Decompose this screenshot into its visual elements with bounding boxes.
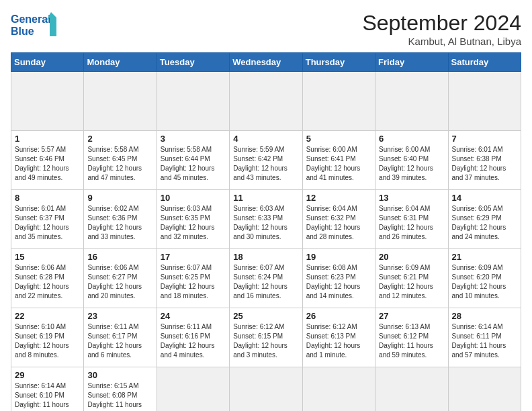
month-title: September 2024 bbox=[362, 11, 521, 36]
calendar-cell bbox=[302, 367, 375, 412]
calendar-cell: 18Sunrise: 6:07 AM Sunset: 6:24 PM Dayli… bbox=[230, 249, 302, 308]
day-info: Sunrise: 6:14 AM Sunset: 6:11 PM Dayligh… bbox=[452, 322, 517, 360]
day-info: Sunrise: 6:13 AM Sunset: 6:12 PM Dayligh… bbox=[379, 322, 444, 360]
calendar-cell: 24Sunrise: 6:11 AM Sunset: 6:16 PM Dayli… bbox=[157, 308, 229, 367]
day-number: 21 bbox=[452, 252, 517, 262]
day-info: Sunrise: 6:02 AM Sunset: 6:36 PM Dayligh… bbox=[87, 204, 152, 242]
day-info: Sunrise: 6:15 AM Sunset: 6:08 PM Dayligh… bbox=[87, 381, 152, 411]
calendar-cell: 20Sunrise: 6:09 AM Sunset: 6:21 PM Dayli… bbox=[375, 249, 448, 308]
calendar-cell: 13Sunrise: 6:04 AM Sunset: 6:31 PM Dayli… bbox=[375, 190, 448, 249]
calendar-cell bbox=[375, 72, 448, 131]
day-number: 16 bbox=[87, 252, 152, 262]
day-number: 17 bbox=[161, 252, 226, 262]
day-info: Sunrise: 6:07 AM Sunset: 6:24 PM Dayligh… bbox=[233, 263, 298, 301]
calendar-cell bbox=[302, 72, 375, 131]
day-info: Sunrise: 6:06 AM Sunset: 6:28 PM Dayligh… bbox=[15, 263, 80, 301]
logo-icon: GeneralBlue bbox=[11, 11, 64, 39]
day-number: 12 bbox=[306, 193, 371, 203]
day-number: 27 bbox=[379, 311, 444, 321]
title-block: September 2024 Kambut, Al Butnan, Libya bbox=[362, 11, 521, 47]
calendar-cell: 10Sunrise: 6:03 AM Sunset: 6:35 PM Dayli… bbox=[157, 190, 229, 249]
calendar-week-row: 22Sunrise: 6:10 AM Sunset: 6:19 PM Dayli… bbox=[11, 308, 521, 367]
calendar-cell: 19Sunrise: 6:08 AM Sunset: 6:23 PM Dayli… bbox=[302, 249, 375, 308]
day-info: Sunrise: 5:58 AM Sunset: 6:45 PM Dayligh… bbox=[87, 145, 152, 183]
day-info: Sunrise: 6:12 AM Sunset: 6:13 PM Dayligh… bbox=[306, 322, 371, 360]
calendar-cell: 3Sunrise: 5:58 AM Sunset: 6:44 PM Daylig… bbox=[157, 131, 229, 190]
day-number: 25 bbox=[233, 311, 298, 321]
calendar-cell: 16Sunrise: 6:06 AM Sunset: 6:27 PM Dayli… bbox=[84, 249, 157, 308]
day-info: Sunrise: 6:08 AM Sunset: 6:23 PM Dayligh… bbox=[306, 263, 371, 301]
weekday-header-monday: Monday bbox=[84, 53, 157, 72]
calendar-cell: 26Sunrise: 6:12 AM Sunset: 6:13 PM Dayli… bbox=[302, 308, 375, 367]
calendar-week-row: 15Sunrise: 6:06 AM Sunset: 6:28 PM Dayli… bbox=[11, 249, 521, 308]
calendar-cell: 11Sunrise: 6:03 AM Sunset: 6:33 PM Dayli… bbox=[230, 190, 302, 249]
calendar-cell bbox=[157, 367, 229, 412]
day-number: 23 bbox=[87, 311, 152, 321]
day-info: Sunrise: 6:11 AM Sunset: 6:17 PM Dayligh… bbox=[87, 322, 152, 360]
calendar-cell: 6Sunrise: 6:00 AM Sunset: 6:40 PM Daylig… bbox=[375, 131, 448, 190]
day-number: 18 bbox=[233, 252, 298, 262]
day-number: 8 bbox=[15, 193, 80, 203]
calendar-cell: 22Sunrise: 6:10 AM Sunset: 6:19 PM Dayli… bbox=[11, 308, 84, 367]
calendar-cell: 8Sunrise: 6:01 AM Sunset: 6:37 PM Daylig… bbox=[11, 190, 84, 249]
weekday-header-friday: Friday bbox=[375, 53, 448, 72]
day-number: 5 bbox=[306, 134, 371, 144]
calendar-cell bbox=[375, 367, 448, 412]
calendar-cell: 23Sunrise: 6:11 AM Sunset: 6:17 PM Dayli… bbox=[84, 308, 157, 367]
calendar-cell: 30Sunrise: 6:15 AM Sunset: 6:08 PM Dayli… bbox=[84, 367, 157, 412]
day-number: 6 bbox=[379, 134, 444, 144]
day-info: Sunrise: 6:05 AM Sunset: 6:29 PM Dayligh… bbox=[452, 204, 517, 242]
day-info: Sunrise: 5:58 AM Sunset: 6:44 PM Dayligh… bbox=[161, 145, 226, 183]
calendar-cell: 12Sunrise: 6:04 AM Sunset: 6:32 PM Dayli… bbox=[302, 190, 375, 249]
day-number: 1 bbox=[15, 134, 80, 144]
calendar-cell bbox=[448, 72, 521, 131]
calendar-cell: 1Sunrise: 5:57 AM Sunset: 6:46 PM Daylig… bbox=[11, 131, 84, 190]
day-info: Sunrise: 6:00 AM Sunset: 6:40 PM Dayligh… bbox=[379, 145, 444, 183]
day-number: 2 bbox=[87, 134, 152, 144]
day-info: Sunrise: 6:10 AM Sunset: 6:19 PM Dayligh… bbox=[15, 322, 80, 360]
day-number: 29 bbox=[15, 370, 80, 380]
day-info: Sunrise: 6:01 AM Sunset: 6:38 PM Dayligh… bbox=[452, 145, 517, 183]
day-info: Sunrise: 6:09 AM Sunset: 6:20 PM Dayligh… bbox=[452, 263, 517, 301]
calendar-week-row: 29Sunrise: 6:14 AM Sunset: 6:10 PM Dayli… bbox=[11, 367, 521, 412]
weekday-header-wednesday: Wednesday bbox=[230, 53, 302, 72]
calendar-cell bbox=[230, 72, 302, 131]
calendar-week-row: 1Sunrise: 5:57 AM Sunset: 6:46 PM Daylig… bbox=[11, 131, 521, 190]
calendar-cell: 25Sunrise: 6:12 AM Sunset: 6:15 PM Dayli… bbox=[230, 308, 302, 367]
day-number: 19 bbox=[306, 252, 371, 262]
day-info: Sunrise: 6:04 AM Sunset: 6:32 PM Dayligh… bbox=[306, 204, 371, 242]
day-number: 30 bbox=[87, 370, 152, 380]
calendar-header-row: SundayMondayTuesdayWednesdayThursdayFrid… bbox=[11, 53, 521, 72]
day-number: 24 bbox=[161, 311, 226, 321]
calendar-cell: 5Sunrise: 6:00 AM Sunset: 6:41 PM Daylig… bbox=[302, 131, 375, 190]
calendar-cell: 4Sunrise: 5:59 AM Sunset: 6:42 PM Daylig… bbox=[230, 131, 302, 190]
calendar-cell: 17Sunrise: 6:07 AM Sunset: 6:25 PM Dayli… bbox=[157, 249, 229, 308]
location: Kambut, Al Butnan, Libya bbox=[362, 36, 521, 47]
day-number: 28 bbox=[452, 311, 517, 321]
calendar-cell: 27Sunrise: 6:13 AM Sunset: 6:12 PM Dayli… bbox=[375, 308, 448, 367]
page-header: GeneralBlue September 2024 Kambut, Al Bu… bbox=[11, 11, 521, 47]
calendar-week-row bbox=[11, 72, 521, 131]
weekday-header-thursday: Thursday bbox=[302, 53, 375, 72]
day-number: 4 bbox=[233, 134, 298, 144]
calendar-cell: 15Sunrise: 6:06 AM Sunset: 6:28 PM Dayli… bbox=[11, 249, 84, 308]
calendar-cell: 28Sunrise: 6:14 AM Sunset: 6:11 PM Dayli… bbox=[448, 308, 521, 367]
calendar-cell bbox=[448, 367, 521, 412]
calendar-cell: 9Sunrise: 6:02 AM Sunset: 6:36 PM Daylig… bbox=[84, 190, 157, 249]
weekday-header-sunday: Sunday bbox=[11, 53, 84, 72]
day-info: Sunrise: 6:12 AM Sunset: 6:15 PM Dayligh… bbox=[233, 322, 298, 360]
calendar-cell bbox=[11, 72, 84, 131]
day-info: Sunrise: 6:14 AM Sunset: 6:10 PM Dayligh… bbox=[15, 381, 80, 411]
day-number: 9 bbox=[87, 193, 152, 203]
calendar-cell: 7Sunrise: 6:01 AM Sunset: 6:38 PM Daylig… bbox=[448, 131, 521, 190]
svg-text:General: General bbox=[11, 13, 51, 25]
day-info: Sunrise: 5:57 AM Sunset: 6:46 PM Dayligh… bbox=[15, 145, 80, 183]
day-info: Sunrise: 6:06 AM Sunset: 6:27 PM Dayligh… bbox=[87, 263, 152, 301]
day-number: 22 bbox=[15, 311, 80, 321]
day-info: Sunrise: 6:09 AM Sunset: 6:21 PM Dayligh… bbox=[379, 263, 444, 301]
calendar-cell: 21Sunrise: 6:09 AM Sunset: 6:20 PM Dayli… bbox=[448, 249, 521, 308]
calendar-cell bbox=[157, 72, 229, 131]
day-number: 10 bbox=[161, 193, 226, 203]
calendar-cell: 2Sunrise: 5:58 AM Sunset: 6:45 PM Daylig… bbox=[84, 131, 157, 190]
day-number: 11 bbox=[233, 193, 298, 203]
